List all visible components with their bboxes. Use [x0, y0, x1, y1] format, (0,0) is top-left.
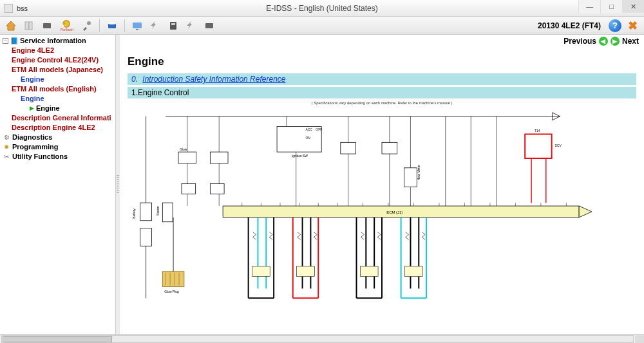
- svg-text:SCV: SCV: [555, 144, 562, 147]
- toolbar-separator: [99, 19, 100, 32]
- scrollbar-thumb[interactable]: [3, 336, 112, 342]
- svg-rect-0: [25, 22, 28, 30]
- prev-button[interactable]: ◀: [599, 37, 608, 46]
- svg-rect-22: [182, 184, 196, 194]
- svg-text:Starter: Starter: [156, 206, 160, 216]
- help-button[interactable]: ?: [609, 19, 621, 32]
- svg-rect-25: [277, 127, 321, 153]
- svg-rect-34: [525, 134, 551, 158]
- tree-engine-4le2[interactable]: Engine 4LE2: [3, 46, 115, 55]
- tools-icon: [81, 20, 93, 32]
- engine-button[interactable]: [40, 19, 54, 33]
- engine-icon: [41, 20, 53, 32]
- svg-rect-1: [29, 22, 32, 30]
- ecu-button[interactable]: [202, 19, 216, 33]
- svg-rect-6: [133, 23, 142, 28]
- svg-text:OFF: OFF: [316, 128, 322, 131]
- horizontal-scrollbar[interactable]: [1, 335, 634, 343]
- ecu-icon: [204, 20, 215, 32]
- wrench-icon: ✂: [3, 153, 10, 161]
- svg-rect-31: [382, 142, 397, 154]
- wiring-diagram: Battery Starter Glow ACC OFF: [128, 106, 636, 312]
- nav-tree: − 📘 Service Information Engine 4LE2 Engi…: [0, 35, 115, 163]
- svg-text:T14: T14: [535, 129, 540, 133]
- reflash-button[interactable]: Reflash: [58, 19, 76, 33]
- tree-utility[interactable]: ✂ Utility Functions: [3, 152, 115, 162]
- signal2-button[interactable]: [184, 19, 198, 33]
- svg-rect-13: [140, 203, 152, 221]
- tree-engine-en[interactable]: Engine: [3, 94, 115, 104]
- section-0: 0. Introduction Safety Information Refer…: [128, 73, 636, 85]
- status-bar: [0, 334, 644, 343]
- content-pane: Previous ◀ ▶ Next Engine 0. Introduction…: [120, 35, 644, 334]
- svg-rect-30: [341, 142, 356, 154]
- tree-programming[interactable]: ✸ Programming: [3, 142, 115, 152]
- svg-rect-104: [405, 266, 423, 277]
- window-title: E-IDSS - English (United States): [266, 4, 377, 13]
- next-button[interactable]: ▶: [611, 37, 620, 46]
- play-icon: ▶: [30, 104, 34, 113]
- svg-text:Hour Meter: Hour Meter: [417, 165, 421, 181]
- svg-rect-8: [170, 22, 176, 30]
- svg-rect-14: [140, 228, 152, 246]
- gear-icon: ⚙: [3, 134, 10, 142]
- svg-rect-7: [136, 29, 138, 30]
- toolbar-separator-2: [124, 19, 125, 32]
- svg-text:ON: ON: [306, 136, 311, 140]
- main-toolbar: Reflash 20130 4LE2 (FT4) ? ✖: [0, 17, 644, 35]
- tree-etm-english[interactable]: ETM All models (English): [3, 84, 115, 94]
- reflash-icon: [62, 20, 72, 28]
- signal-button[interactable]: [148, 19, 162, 33]
- tree-diagnostics[interactable]: ⚙ Diagnostics: [3, 133, 115, 142]
- sidebar: − 📘 Service Information Engine 4LE2 Engi…: [0, 35, 116, 334]
- svg-text:Glow Plug: Glow Plug: [164, 290, 179, 293]
- svg-text:Battery: Battery: [133, 209, 136, 219]
- svg-rect-98: [360, 266, 378, 277]
- splitter-grip: [117, 175, 119, 194]
- tree-desc-engine-4le2[interactable]: Description Engine 4LE2: [3, 123, 115, 133]
- device-icon: [167, 20, 179, 32]
- tree-etm-japanese[interactable]: ETM All models (Japanese): [3, 65, 115, 75]
- close-window-button[interactable]: ✕: [622, 0, 644, 13]
- print-icon: [106, 20, 118, 32]
- resize-grip[interactable]: [635, 335, 644, 343]
- app-small-label: bss: [17, 5, 28, 12]
- monitor-button[interactable]: [130, 19, 144, 33]
- svg-text:Glow: Glow: [180, 148, 187, 151]
- svg-text:ECM (J1): ECM (J1): [386, 210, 402, 214]
- monitor-icon: [131, 20, 143, 32]
- maximize-button[interactable]: □: [600, 0, 622, 13]
- tree-engine-jp[interactable]: Engine: [3, 75, 115, 84]
- signal2-icon: [185, 20, 197, 32]
- home-button[interactable]: [4, 19, 18, 33]
- svg-rect-24: [210, 184, 224, 194]
- section-0-num: 0.: [131, 75, 138, 84]
- tree-service-information[interactable]: − 📘 Service Information: [3, 36, 115, 46]
- tree-engine-control-4le2-24v[interactable]: Engine Control 4LE2(24V): [3, 55, 115, 65]
- svg-text:ACC: ACC: [306, 128, 313, 131]
- section-0-link[interactable]: Introduction Safety Information Referenc…: [142, 75, 285, 84]
- svg-rect-9: [171, 23, 175, 25]
- next-label[interactable]: Next: [622, 37, 639, 46]
- minimize-button[interactable]: —: [578, 0, 600, 13]
- signal-icon: [149, 20, 161, 32]
- book-button[interactable]: [22, 19, 36, 33]
- tree-desc-general[interactable]: Description General Informati: [3, 113, 115, 123]
- exit-button[interactable]: ✖: [625, 19, 640, 33]
- print-button[interactable]: [105, 19, 119, 33]
- wiring-diagram-svg: Battery Starter Glow ACC OFF: [128, 106, 636, 312]
- tree-engine-leaf[interactable]: ▶ Engine: [3, 104, 115, 113]
- svg-text:Ignition SW: Ignition SW: [292, 154, 308, 158]
- reflash-label: Reflash: [61, 28, 73, 32]
- device-button[interactable]: [166, 19, 180, 33]
- book-icon: 📘: [10, 37, 18, 45]
- svg-rect-4: [108, 24, 116, 28]
- collapse-icon[interactable]: −: [3, 38, 8, 44]
- prev-label[interactable]: Previous: [564, 37, 596, 46]
- book-icon: [23, 20, 35, 32]
- section-1-label: 1.Engine Control: [131, 88, 189, 97]
- svg-rect-92: [297, 266, 315, 277]
- svg-rect-10: [205, 23, 213, 28]
- svg-rect-20: [178, 152, 196, 163]
- tools-button[interactable]: [80, 19, 94, 33]
